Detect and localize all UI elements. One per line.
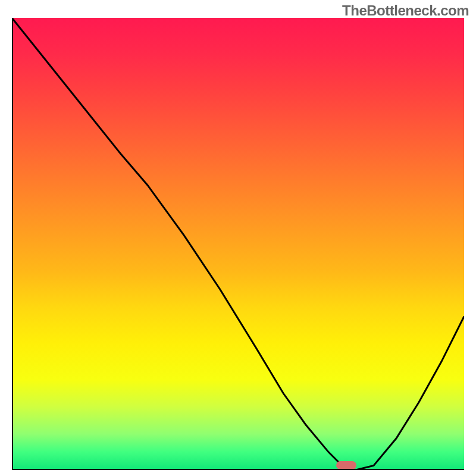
axes-border [12, 18, 464, 470]
plot-area [12, 18, 464, 470]
watermark-text: TheBottleneck.com [342, 2, 469, 19]
chart-container [12, 18, 464, 470]
